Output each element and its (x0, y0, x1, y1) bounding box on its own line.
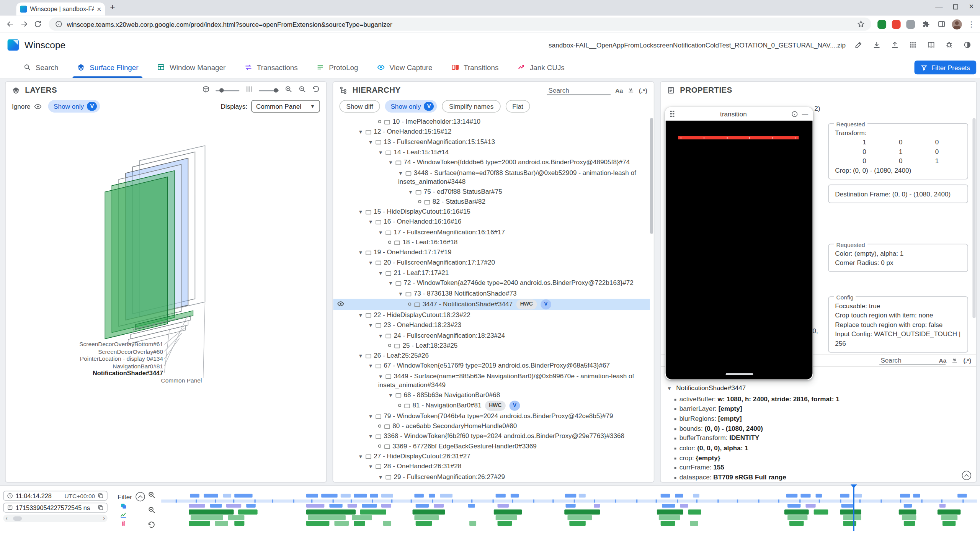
bookmark-star-icon[interactable] (857, 20, 865, 28)
tree-node[interactable]: ▼19 - OneHanded:17:17#19 (333, 247, 650, 258)
tree-node[interactable]: ▼12 - OneHanded:15:15#12 (333, 127, 650, 137)
timeline-canvas[interactable] (161, 486, 977, 533)
expand-chevron-icon[interactable]: ▼ (368, 464, 373, 469)
tree-node[interactable]: ▼27 - HideDisplayCutout:26:31#27 (333, 451, 650, 461)
tree-node[interactable]: ▼72 - WindowToken{a2746de type=2040 andr… (333, 278, 650, 289)
tree-node[interactable]: ▼3448 - Surface(name=ed70f88 StatusBar)/… (333, 168, 650, 186)
expand-chevron-icon[interactable]: ▼ (398, 170, 403, 176)
timeline-cursor[interactable] (853, 486, 854, 531)
show-only-filter-chip[interactable]: Show only V (385, 100, 437, 113)
tree-node[interactable]: 80 - ace6abb SecondaryHomeHandle0#80 (333, 421, 650, 431)
tree-node[interactable]: ▼14 - Leaf:15:15#14 (333, 147, 650, 157)
expand-chevron-icon[interactable]: ▼ (368, 322, 373, 328)
regex-button[interactable]: (.*) (963, 357, 971, 364)
tree-node[interactable]: 81 - NavigationBar0#81HWCV (333, 400, 650, 411)
expand-chevron-icon[interactable]: ▼ (398, 291, 403, 297)
tree-node[interactable]: ▼28 - OneHanded:26:31#28 (333, 461, 650, 472)
tree-node[interactable]: 10 - ImePlaceholder:13:14#10 (333, 117, 650, 126)
expand-chevron-icon[interactable]: ▼ (358, 453, 363, 459)
show-only-filter-chip[interactable]: Show only V (48, 100, 100, 113)
upload-icon[interactable] (890, 40, 900, 50)
tab-protolog[interactable]: ProtoLog (307, 56, 368, 78)
timeline-row-2[interactable] (161, 504, 977, 508)
visibility-icon[interactable] (337, 300, 345, 308)
timeline-row-0[interactable] (161, 494, 977, 498)
timeline-row-1[interactable] (161, 499, 977, 502)
profile-avatar[interactable] (952, 19, 962, 29)
minimize-card-icon[interactable]: — (802, 110, 808, 117)
timeline-row-5[interactable] (161, 521, 977, 526)
browser-tab[interactable]: Winscope | sandbox-FAI × (16, 3, 105, 16)
property-row[interactable]: blurRegions: [empty] (661, 414, 976, 424)
spacing-slider[interactable] (259, 86, 279, 94)
copy-timestamp-icon[interactable] (98, 505, 104, 511)
property-row[interactable]: dataspace: BT709 sRGB Full range (661, 473, 976, 482)
property-row[interactable]: crop: {empty} (661, 453, 976, 463)
tree-node[interactable]: ▼3368 - WindowToken{f6b2f60 type=2024 an… (333, 431, 650, 441)
show-diff-button[interactable]: Show diff (340, 100, 380, 113)
rotation-slider[interactable] (216, 86, 239, 94)
properties-root-node[interactable]: ▼ NotificationShade#3447 (661, 383, 976, 394)
expand-chevron-icon[interactable]: ▼ (408, 189, 413, 195)
expand-chevron-icon[interactable]: ▼ (378, 230, 383, 235)
tab-view-capture[interactable]: View Capture (368, 56, 442, 78)
expand-chevron-icon[interactable]: ▼ (358, 312, 363, 318)
info-icon[interactable] (791, 110, 798, 117)
scroll-right-icon[interactable]: › (103, 515, 105, 521)
tree-node[interactable]: ▼15 - HideDisplayCutout:16:16#15 (333, 207, 650, 217)
property-row[interactable]: bounds: (0, 0) - (1080, 2400) (661, 423, 976, 433)
layer-label[interactable]: NotificationShade#3447 (93, 370, 163, 377)
tree-node[interactable]: ▼20 - FullscreenMagnification:17:17#20 (333, 258, 650, 268)
reset-camera-button[interactable] (312, 85, 320, 95)
tree-node[interactable]: ▼75 - ed70f88 StatusBar#75 (333, 186, 650, 197)
report-bug-icon[interactable] (944, 40, 954, 50)
tree-node[interactable]: ▼29 - FullscreenMagnification:26:27#29 (333, 472, 650, 482)
tab-jank-cujs[interactable]: Jank CUJs (508, 56, 574, 78)
timeline-zoom-out-button[interactable] (147, 506, 155, 514)
tab-surface-flinger[interactable]: Surface Flinger (68, 56, 148, 78)
window-maximize-button[interactable] (953, 4, 958, 9)
property-row[interactable]: color: (0, 0, 0), alpha: 1 (661, 443, 976, 453)
extensions-puzzle-icon[interactable] (921, 19, 931, 29)
timeline-row-4[interactable] (161, 515, 977, 520)
match-case-button[interactable]: Aa (615, 87, 623, 93)
hierarchy-search-input[interactable] (547, 85, 611, 95)
tree-node[interactable]: ▼16 - OneHanded:16:16#16 (333, 217, 650, 227)
tab-transactions[interactable]: Transactions (235, 56, 307, 78)
hierarchy-scrollbar[interactable] (650, 118, 653, 234)
new-tab-button[interactable]: + (110, 2, 115, 12)
forward-icon[interactable] (19, 19, 29, 29)
expand-chevron-icon[interactable]: ▼ (368, 260, 373, 266)
copy-time-icon[interactable] (98, 493, 104, 499)
expand-chevron-icon[interactable]: ▼ (667, 386, 672, 391)
expand-chevron-icon[interactable]: ▼ (358, 250, 363, 255)
layers-3d-canvas[interactable]: ScreenDecorOverlayBottom#61ScreenDecorOv… (6, 117, 327, 482)
tree-node[interactable]: ▼22 - HideDisplayCutout:18:23#22 (333, 310, 650, 320)
simplify-names-button[interactable]: Simplify names (442, 100, 500, 113)
browser-menu-icon[interactable]: ⋮ (967, 20, 975, 28)
expand-chevron-icon[interactable]: ▼ (358, 129, 363, 135)
tree-node[interactable]: ▼23 - OneHanded:18:23#23 (333, 320, 650, 330)
edit-icon[interactable] (854, 40, 864, 50)
zoom-out-button[interactable] (298, 85, 306, 95)
extension-icon-gray[interactable] (906, 20, 915, 28)
layer-label[interactable]: ScreenDecorOverlayBottom#61 (79, 341, 163, 348)
tree-node[interactable]: ▼73 - 8736138 NotificationShade#73 (333, 288, 650, 299)
property-row[interactable]: activeBuffer: w: 1080, h: 2400, stride: … (661, 394, 976, 404)
layer-label[interactable]: NavigationBar0#81 (113, 362, 163, 370)
properties-search-input[interactable] (879, 356, 946, 365)
tree-node[interactable]: 25 - Leaf:18:23#25 (333, 341, 650, 350)
expand-chevron-icon[interactable]: ▼ (368, 363, 373, 369)
documentation-icon[interactable] (926, 40, 936, 50)
expand-chevron-icon[interactable]: ▼ (378, 374, 383, 379)
expand-chevron-icon[interactable]: ▼ (358, 353, 363, 359)
transition-floating-card[interactable]: transition — (665, 107, 813, 380)
tree-node[interactable]: 3369 - 67726bf EdgeBackGestureHandler0#3… (333, 441, 650, 451)
layer-label[interactable]: ScreenDecorOverlay#60 (98, 348, 163, 355)
download-icon[interactable] (872, 40, 882, 50)
scroll-left-icon[interactable]: ‹ (6, 515, 8, 521)
reload-icon[interactable] (33, 19, 42, 29)
expand-chevron-icon[interactable]: ▼ (368, 219, 373, 225)
expand-chevron-icon[interactable]: ▼ (378, 333, 383, 338)
drag-handle-icon[interactable] (670, 110, 676, 118)
